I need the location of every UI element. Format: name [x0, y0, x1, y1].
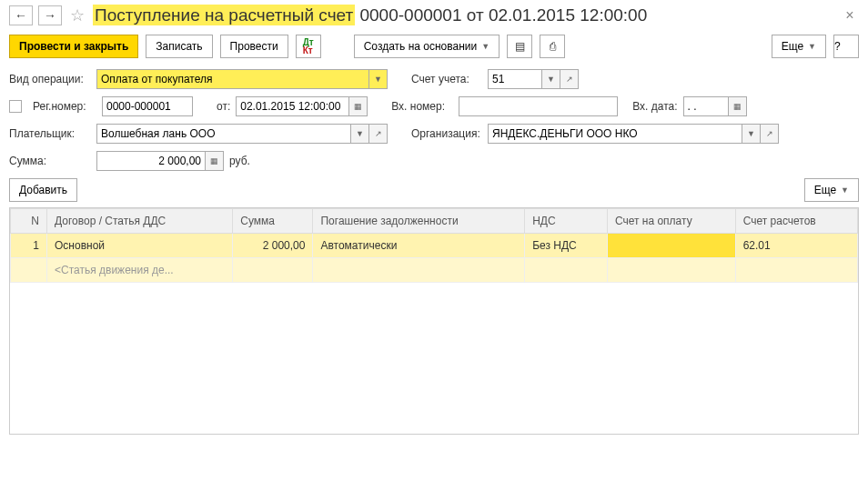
- nav-forward-button[interactable]: →: [38, 5, 62, 25]
- col-settle[interactable]: Счет расчетов: [735, 209, 857, 234]
- dtkt-button[interactable]: ДтКт: [296, 35, 321, 58]
- attach-icon[interactable]: ⎙: [540, 35, 565, 58]
- col-repay[interactable]: Погашение задолженности: [313, 209, 525, 234]
- in-date-label: Вх. дата:: [632, 100, 677, 113]
- col-invoice[interactable]: Счет на оплату: [607, 209, 735, 234]
- table-subrow[interactable]: <Статья движения де...: [11, 258, 858, 283]
- post-button[interactable]: Провести: [220, 35, 288, 58]
- account-input[interactable]: [488, 69, 542, 89]
- from-label: от:: [217, 100, 230, 113]
- org-input[interactable]: [488, 124, 742, 144]
- nav-back-button[interactable]: ←: [9, 5, 33, 25]
- open-icon[interactable]: ↗: [369, 124, 388, 144]
- create-based-button[interactable]: Создать на основании▼: [354, 35, 500, 58]
- operation-type-label: Вид операции:: [9, 73, 91, 85]
- in-date-input[interactable]: [683, 96, 729, 116]
- more-button[interactable]: Еще▼: [772, 35, 826, 58]
- favorite-star-icon[interactable]: ☆: [67, 5, 87, 25]
- grid-more-button[interactable]: Еще▼: [804, 178, 859, 202]
- date-input[interactable]: [236, 96, 349, 116]
- sum-input[interactable]: [96, 151, 206, 171]
- chevron-down-icon[interactable]: ▼: [742, 124, 761, 144]
- chevron-down-icon[interactable]: ▼: [369, 69, 388, 89]
- close-icon[interactable]: ×: [841, 7, 859, 24]
- details-grid[interactable]: N Договор / Статья ДДС Сумма Погашение з…: [9, 207, 859, 435]
- col-vat[interactable]: НДС: [525, 209, 608, 234]
- col-n[interactable]: N: [11, 209, 47, 234]
- chevron-down-icon: ▼: [808, 42, 816, 51]
- doc-icon: [9, 100, 22, 113]
- open-icon[interactable]: ↗: [560, 69, 579, 89]
- account-label: Счет учета:: [411, 73, 482, 85]
- col-sum[interactable]: Сумма: [233, 209, 313, 234]
- calculator-icon[interactable]: ▦: [206, 151, 224, 171]
- in-num-label: Вх. номер:: [391, 100, 453, 113]
- chevron-down-icon[interactable]: ▼: [351, 124, 369, 144]
- calendar-icon[interactable]: ▦: [729, 96, 747, 116]
- in-num-input[interactable]: [459, 96, 618, 116]
- open-icon[interactable]: ↗: [761, 124, 779, 144]
- operation-type-input[interactable]: [96, 69, 369, 89]
- sum-label: Сумма:: [9, 155, 91, 167]
- page-title-highlight: Поступление на расчетный счет: [93, 5, 355, 25]
- table-row[interactable]: 1 Основной 2 000,00 Автоматически Без НД…: [11, 234, 858, 258]
- page-title: Поступление на расчетный счет 0000-00000…: [93, 5, 647, 25]
- add-row-button[interactable]: Добавить: [9, 178, 77, 202]
- chevron-down-icon[interactable]: ▼: [542, 69, 560, 89]
- col-contract[interactable]: Договор / Статья ДДС: [47, 209, 233, 234]
- calendar-icon[interactable]: ▦: [349, 96, 368, 116]
- report-icon[interactable]: ▤: [507, 35, 532, 58]
- currency-label: руб.: [229, 155, 250, 167]
- save-button[interactable]: Записать: [146, 35, 212, 58]
- payer-label: Плательщик:: [9, 127, 91, 140]
- help-button[interactable]: ?: [833, 35, 859, 58]
- chevron-down-icon: ▼: [841, 185, 849, 195]
- chevron-down-icon: ▼: [481, 42, 490, 51]
- page-title-rest: 0000-000001 от 02.01.2015 12:00:00: [355, 5, 647, 25]
- org-label: Организация:: [411, 127, 482, 140]
- regnum-input[interactable]: [102, 96, 193, 116]
- post-and-close-button[interactable]: Провести и закрыть: [9, 35, 138, 58]
- regnum-label: Рег.номер:: [33, 100, 96, 113]
- payer-input[interactable]: [96, 124, 351, 144]
